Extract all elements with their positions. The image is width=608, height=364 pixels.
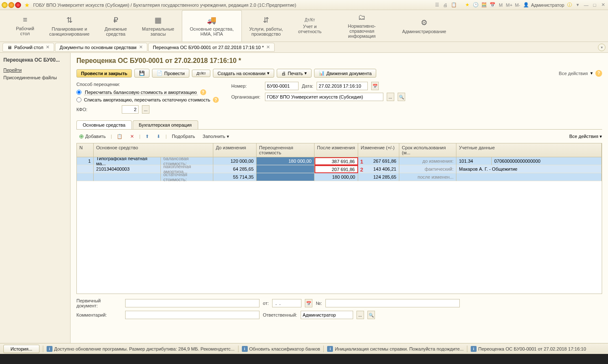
tab-close-icon[interactable]: ✕: [139, 44, 143, 50]
org-select-button[interactable]: ...: [387, 93, 394, 101]
table-body[interactable]: 1 Типографская печатная ма... балансовая…: [77, 157, 602, 294]
tab-documents[interactable]: Документы по основным средствам✕: [55, 43, 147, 52]
delete-button[interactable]: ✕: [128, 133, 136, 140]
calc-icon[interactable]: 🧮: [481, 2, 487, 8]
tab-desktop[interactable]: 🖥Рабочий стол✕: [3, 43, 54, 52]
window-btn-3[interactable]: [15, 2, 21, 8]
date-picker-button[interactable]: 📅: [371, 82, 379, 90]
tab-revaluation[interactable]: Переоценка ОС БУ00-0001 от 27.02.2018 17…: [148, 43, 275, 52]
date-input[interactable]: [317, 82, 368, 90]
status-help[interactable]: iИнициализация системы справки. Пожалуйс…: [327, 346, 464, 352]
nav-money[interactable]: ₽Денежные средства: [97, 10, 134, 42]
responsible-select[interactable]: ...: [356, 311, 364, 319]
movements-button[interactable]: 📊 Движения документа: [314, 69, 376, 78]
m-minus-btn[interactable]: M-: [514, 2, 521, 8]
post-button[interactable]: 📄Провести: [152, 69, 189, 78]
favorite-icon[interactable]: ★: [464, 2, 471, 8]
nav-services[interactable]: ⇵Услуги, работы, производство: [242, 10, 291, 42]
dtkt-button[interactable]: Дт/Кт: [192, 70, 210, 77]
move-up-button[interactable]: ⬆: [143, 133, 152, 140]
nav-materials[interactable]: ▦Материальные запасы: [134, 10, 182, 42]
help-icon[interactable]: ?: [595, 70, 602, 77]
sidebar-files[interactable]: Присоединенные файлы: [3, 74, 67, 81]
tb-icon-1[interactable]: ☰: [434, 2, 440, 8]
nav-planning[interactable]: ⇅Планирование и санкционирование: [42, 10, 97, 42]
help-icon[interactable]: ?: [200, 89, 206, 95]
table-row[interactable]: 1 Типографская печатная ма... балансовая…: [77, 157, 602, 165]
nav-accounting[interactable]: Дт/КтУчет и отчетность: [291, 10, 329, 42]
radio-writeoff[interactable]: [76, 97, 81, 102]
responsible-search[interactable]: 🔍: [367, 311, 375, 319]
star-icon[interactable]: ★: [24, 2, 30, 8]
radio1-label[interactable]: Пересчитать балансовую стоимость и аморт…: [84, 90, 198, 95]
fill-button[interactable]: Заполнить ▾: [200, 133, 232, 140]
add-button[interactable]: ⊕Добавить: [76, 132, 108, 140]
th-revalued[interactable]: Переоцененная стоимость: [257, 143, 314, 157]
th-before[interactable]: До изменения: [213, 143, 257, 157]
sidebar-goto[interactable]: Перейти: [3, 66, 67, 74]
tab-accounting-op[interactable]: Бухгалтерская операция: [133, 120, 198, 129]
th-usage[interactable]: Срок использования (м...: [399, 143, 456, 157]
save-button[interactable]: 💾: [134, 69, 149, 78]
responsible-input[interactable]: [301, 311, 353, 319]
status-doc[interactable]: iПереоценка ОС БУ00-0001 от 27.02.2018 1…: [471, 346, 586, 352]
num-input[interactable]: [325, 299, 460, 307]
th-change[interactable]: Изменение (+/-): [358, 143, 399, 157]
nav-reference[interactable]: 🗂Нормативно-справочная информация: [329, 10, 395, 42]
cell-after-highlighted[interactable]: 387 691,861: [314, 157, 358, 165]
from-date-picker[interactable]: 📅: [305, 299, 312, 307]
org-input[interactable]: [265, 93, 383, 101]
kfo-input[interactable]: [122, 105, 139, 114]
history-button[interactable]: История...: [3, 345, 39, 353]
primary-doc-input[interactable]: [125, 299, 259, 307]
th-acc[interactable]: Учетные данные: [456, 143, 602, 157]
tb-icon-3[interactable]: 📋: [451, 2, 457, 8]
calendar-icon[interactable]: 📅: [489, 2, 496, 8]
minimize-icon[interactable]: —: [583, 2, 590, 8]
nav-assets[interactable]: 🚚Основные средства, НМА, НПА: [182, 10, 242, 42]
maximize-icon[interactable]: □: [591, 2, 598, 8]
window-btn-2[interactable]: [8, 2, 14, 8]
tb-icon-5[interactable]: 🕒: [472, 2, 479, 8]
tb-icon-2[interactable]: 🖨: [442, 2, 449, 8]
status-banks[interactable]: iОбновить классификатор банков: [242, 346, 320, 352]
kfo-select-button[interactable]: ...: [142, 105, 149, 114]
window-btn-1[interactable]: [2, 2, 8, 8]
copy-button[interactable]: 📋: [114, 133, 125, 140]
comment-input[interactable]: [125, 311, 259, 319]
close-icon[interactable]: ✕: [600, 2, 606, 8]
print-button[interactable]: 🖨 Печать ▾: [277, 69, 312, 78]
info-icon[interactable]: ⓘ: [566, 2, 573, 8]
table-all-actions[interactable]: Все действия: [569, 134, 598, 139]
org-search-button[interactable]: 🔍: [398, 93, 405, 101]
tab-main-assets[interactable]: Основные средства: [76, 120, 132, 129]
th-os[interactable]: Основное средство: [94, 143, 213, 157]
help-icon[interactable]: ?: [213, 97, 219, 103]
cell-after-highlighted[interactable]: 207 691,862: [314, 165, 358, 173]
tab-close-icon[interactable]: ✕: [46, 44, 50, 50]
table-row[interactable]: 2101340400003 накопленная амортиза... 64…: [77, 165, 602, 173]
nav-admin[interactable]: ⚙Администрирование: [395, 10, 454, 42]
th-n[interactable]: N: [77, 143, 94, 157]
radio-recalc-balance[interactable]: [76, 90, 81, 95]
th-after[interactable]: После изменения: [314, 143, 358, 157]
status-update[interactable]: iДоступно обновление программы. Размер д…: [47, 346, 235, 352]
move-down-button[interactable]: ⬇: [154, 133, 163, 140]
all-actions-link[interactable]: Все действия: [559, 71, 588, 76]
create-based-button[interactable]: Создать на основании ▾: [213, 69, 274, 78]
cell-revalued[interactable]: [257, 173, 314, 181]
table-row[interactable]: остаточная стоимость: 55 714,35 180 000,…: [77, 173, 602, 181]
m-plus-btn[interactable]: M+: [506, 2, 513, 8]
from-date-input[interactable]: [272, 299, 301, 307]
nav-desktop[interactable]: ≡Рабочий стол: [8, 10, 42, 42]
radio2-label[interactable]: Списать амортизацию, пересчитать остаточ…: [84, 97, 210, 102]
select-button[interactable]: Подобрать: [169, 133, 197, 140]
cell-revalued[interactable]: [257, 165, 314, 173]
post-close-button[interactable]: Провести и закрыть: [76, 69, 132, 78]
m-btn[interactable]: M: [498, 2, 504, 8]
dropdown-icon[interactable]: ▾: [574, 2, 581, 8]
chevron-down-icon[interactable]: ▾: [598, 44, 605, 51]
cell-revalued[interactable]: 180 000,00: [257, 157, 314, 165]
number-input[interactable]: [265, 82, 299, 90]
tab-close-icon[interactable]: ✕: [266, 44, 270, 50]
